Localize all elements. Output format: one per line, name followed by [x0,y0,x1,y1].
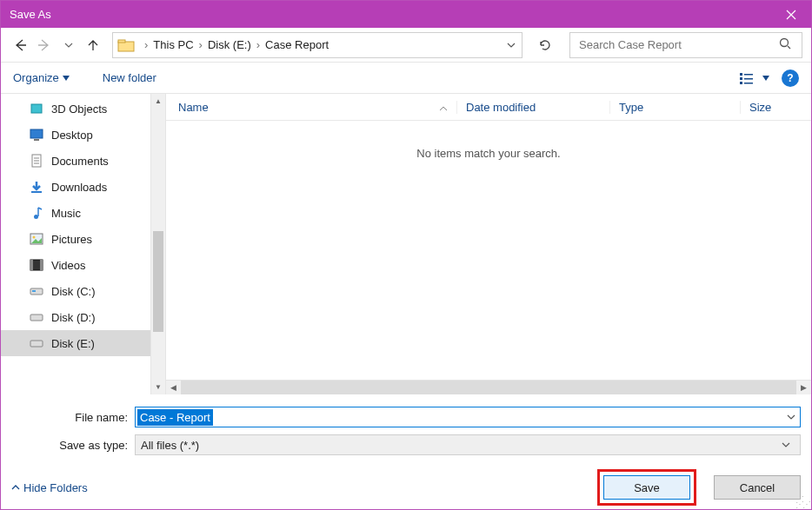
disk-icon [29,309,44,325]
svg-rect-18 [30,260,33,270]
filename-value: Case - Report [137,409,213,426]
up-button[interactable] [83,35,103,56]
svg-point-16 [33,236,36,239]
music-icon [29,205,44,221]
file-list-panel: Name Date modified Type Size No items ma… [166,94,811,394]
filetype-combobox[interactable]: All files (*.*) [135,434,801,455]
svg-rect-3 [740,73,742,76]
tree-item-music[interactable]: Music [1,200,165,226]
disk-icon [29,283,44,299]
recent-dropdown[interactable] [58,35,79,56]
window-title: Save As [10,8,51,21]
hide-folders-button[interactable]: Hide Folders [11,481,88,494]
save-button-highlight: Save [597,469,696,506]
svg-rect-0 [118,42,134,51]
chevron-right-icon: › [144,38,148,51]
forward-button[interactable] [34,35,55,56]
new-folder-button[interactable]: New folder [103,71,156,84]
chevron-down-icon [787,413,795,421]
svg-rect-19 [40,260,43,270]
chevron-right-icon: › [199,38,203,51]
search-input[interactable] [577,37,779,52]
pictures-icon [29,231,44,247]
chevron-down-icon [64,41,73,50]
tree-scrollbar[interactable]: ▲ ▼ [150,94,165,394]
close-button[interactable] [771,1,811,28]
tree-item-downloads[interactable]: Downloads [1,174,165,200]
svg-point-2 [781,39,789,47]
videos-icon [29,257,44,273]
resize-grip-icon[interactable]: ⋰⋰⋰ [795,497,809,507]
scroll-left-icon: ◀ [166,383,181,392]
dialog-body: 3D Objects Desktop Documents Downloads M… [1,94,811,394]
scroll-track[interactable] [181,381,796,394]
save-button[interactable]: Save [603,475,690,500]
svg-rect-21 [32,290,36,292]
scroll-thumb[interactable] [153,231,163,332]
tree-item-videos[interactable]: Videos [1,252,165,278]
svg-rect-7 [740,82,742,84]
3d-objects-icon [29,101,44,116]
scroll-down-icon: ▼ [151,380,165,394]
arrow-right-icon [36,36,53,54]
tree-item-documents[interactable]: Documents [1,148,165,174]
scroll-right-icon: ▶ [796,383,811,392]
tree-item-disk-e[interactable]: Disk (E:) [1,330,165,356]
svg-rect-4 [744,74,753,76]
nav-tree: 3D Objects Desktop Documents Downloads M… [1,94,166,394]
tree-item-disk-d[interactable]: Disk (D:) [1,304,165,330]
empty-message: No items match your search. [166,121,811,380]
svg-rect-13 [31,191,42,193]
filetype-dropdown[interactable] [777,439,795,452]
save-as-dialog: Save As › This PC› [0,0,812,510]
filename-label: File name: [11,411,135,424]
chevron-down-icon [507,41,516,50]
column-size[interactable]: Size [740,101,811,114]
refresh-icon [538,38,552,52]
refresh-button[interactable] [531,32,559,58]
triangle-down-icon [762,75,769,82]
filetype-value: All files (*.*) [141,439,199,452]
svg-rect-9 [31,104,42,113]
svg-rect-11 [34,139,39,141]
search-box[interactable] [569,32,802,58]
breadcrumb-disk-e[interactable]: Disk (E:)› [208,38,265,51]
breadcrumb-case-report[interactable]: Case Report [265,38,329,51]
address-bar[interactable]: › This PC› Disk (E:)› Case Report [112,32,522,58]
view-options-button[interactable] [740,72,769,84]
disk-icon [29,335,44,351]
column-name[interactable]: Name [178,101,456,114]
filename-dropdown[interactable] [782,411,800,424]
toolbar: Organize New folder ? [1,63,811,94]
horizontal-scrollbar[interactable]: ◀ ▶ [166,380,811,394]
close-icon [786,10,796,20]
organize-menu[interactable]: Organize [13,71,70,84]
tree-item-3d-objects[interactable]: 3D Objects [1,96,165,122]
back-button[interactable] [10,35,30,56]
chevron-up-icon [11,483,20,492]
address-dropdown[interactable] [504,41,518,50]
cancel-button[interactable]: Cancel [714,475,801,500]
chevron-right-icon: › [256,38,260,51]
arrow-up-icon [85,37,101,53]
scroll-up-icon: ▲ [151,94,165,109]
help-button[interactable]: ? [782,70,799,87]
filename-combobox[interactable]: Case - Report [135,407,801,427]
triangle-down-icon [63,75,70,82]
footer: Hide Folders Save Cancel [1,466,811,509]
help-icon: ? [787,72,793,84]
desktop-icon [29,127,44,142]
filetype-label: Save as type: [11,439,135,452]
svg-rect-23 [30,341,43,347]
tree-item-desktop[interactable]: Desktop [1,122,165,148]
svg-rect-10 [30,129,43,138]
breadcrumb-this-pc[interactable]: This PC› [153,38,208,51]
column-type[interactable]: Type [609,101,740,114]
documents-icon [29,153,44,169]
svg-rect-1 [118,40,125,43]
tree-item-pictures[interactable]: Pictures [1,226,165,252]
svg-rect-8 [744,83,753,84]
form-area: File name: Case - Report Save as type: A… [1,394,811,466]
column-date[interactable]: Date modified [456,101,609,114]
tree-item-disk-c[interactable]: Disk (C:) [1,278,165,304]
